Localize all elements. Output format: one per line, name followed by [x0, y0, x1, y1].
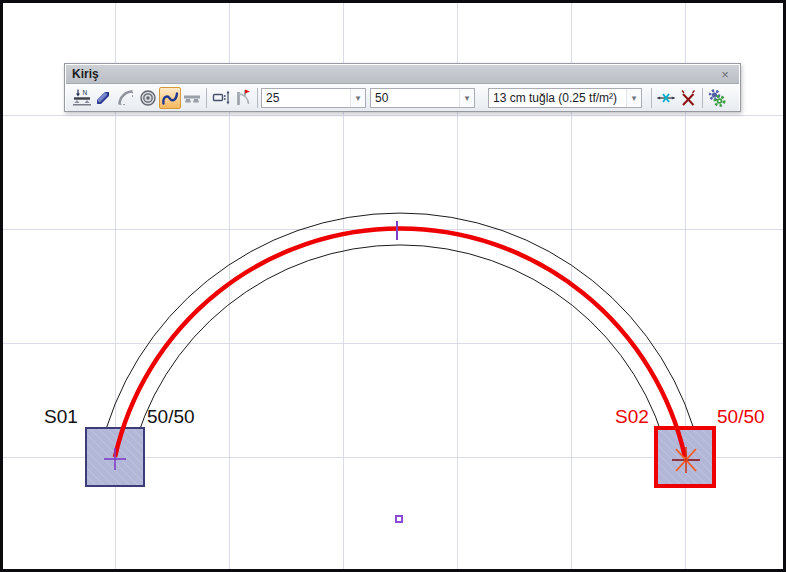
beam-3d-icon: [94, 88, 114, 108]
beam-width-combo[interactable]: 25 ▾: [261, 88, 366, 108]
settings-gear-icon: [707, 88, 727, 108]
column-label-s02: S02: [615, 407, 649, 426]
beam-axial-button[interactable]: N: [71, 87, 93, 109]
grip-point[interactable]: [396, 516, 402, 522]
close-icon[interactable]: ×: [717, 67, 733, 81]
chevron-down-icon[interactable]: ▾: [459, 89, 474, 107]
toolbar-separator: [206, 88, 207, 108]
detach-button[interactable]: [677, 87, 699, 109]
wall-load-combo[interactable]: 13 cm tuğla (0.25 tf/m²) ▾: [488, 88, 642, 108]
wall-load-value: 13 cm tuğla (0.25 tf/m²): [489, 91, 626, 105]
toolbar-title: Kiriş: [72, 67, 717, 81]
curved-beam[interactable]: [115, 229, 685, 457]
axis-snap-icon: [656, 88, 676, 108]
toolbar-separator: [651, 88, 652, 108]
settings-button[interactable]: [706, 87, 728, 109]
column-size-s01: 50/50: [147, 407, 195, 426]
beam-toolbar: Kiriş × N: [64, 63, 741, 112]
svg-text:N: N: [83, 89, 88, 96]
beam-axial-icon: N: [72, 88, 92, 108]
flat-beam-icon: [182, 88, 202, 108]
axis-snap-button[interactable]: [655, 87, 677, 109]
column-label-s01: S01: [44, 407, 78, 426]
detach-icon: [678, 88, 698, 108]
curved-beam-button[interactable]: [159, 87, 181, 109]
arc-beam-icon: [116, 88, 136, 108]
flat-beam-button[interactable]: [181, 87, 203, 109]
beam-dimension-icon: [211, 88, 231, 108]
toolbar-separator: [702, 88, 703, 108]
beam-depth-combo[interactable]: 50 ▾: [370, 88, 475, 108]
beam-dimension-button[interactable]: [210, 87, 232, 109]
app-window: S01 50/50 S02 50/50 Kiriş × N: [0, 0, 786, 572]
arc-beam-button[interactable]: [115, 87, 137, 109]
circular-beam-icon: [138, 88, 158, 108]
beam-toolbar-titlebar[interactable]: Kiriş ×: [66, 65, 739, 84]
beam-toolbar-body: N: [66, 84, 739, 111]
column-size-s02: 50/50: [717, 407, 765, 426]
chevron-down-icon[interactable]: ▾: [626, 89, 641, 107]
beam-width-value: 25: [262, 91, 350, 105]
beam-slope-button[interactable]: [232, 87, 254, 109]
toolbar-separator: [257, 88, 258, 108]
beam-depth-value: 50: [371, 91, 459, 105]
beam-slope-icon: [233, 88, 253, 108]
chevron-down-icon[interactable]: ▾: [350, 89, 365, 107]
circular-beam-button[interactable]: [137, 87, 159, 109]
beam-3d-button[interactable]: [93, 87, 115, 109]
curved-beam-icon: [160, 88, 180, 108]
